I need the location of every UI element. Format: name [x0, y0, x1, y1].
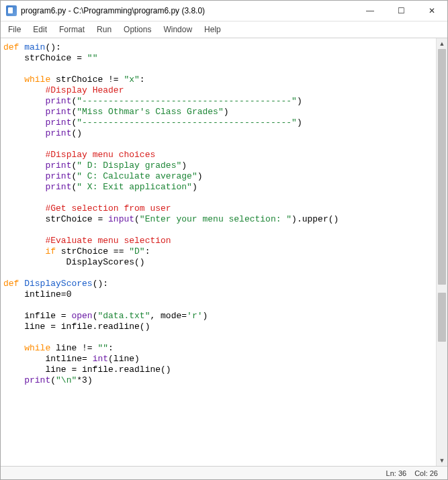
menu-window[interactable]: Window: [157, 23, 198, 36]
menu-options[interactable]: Options: [118, 23, 157, 36]
menu-format[interactable]: Format: [53, 23, 91, 36]
status-line: Ln: 36: [382, 469, 411, 477]
chevron-down-icon: ▼: [439, 457, 445, 464]
window-title: program6.py - C:\Programming\program6.py…: [21, 6, 205, 15]
vertical-scrollbar[interactable]: ▲ ▼: [436, 38, 447, 466]
close-button[interactable]: ✕: [416, 1, 447, 21]
status-col: Col: 26: [410, 469, 442, 477]
chevron-up-icon: ▲: [439, 40, 445, 47]
editor-area[interactable]: def main(): strChoice = "" while strChoi…: [1, 38, 447, 466]
app-icon: [6, 5, 17, 16]
idle-window: program6.py - C:\Programming\program6.py…: [0, 0, 448, 480]
menubar: File Edit Format Run Options Window Help: [1, 21, 447, 38]
menu-run[interactable]: Run: [91, 23, 118, 36]
statusbar: Ln: 36 Col: 26: [1, 466, 447, 479]
scroll-down-button[interactable]: ▼: [437, 455, 447, 466]
minimize-icon: —: [366, 6, 374, 15]
maximize-icon: ☐: [398, 6, 405, 15]
scroll-thumb[interactable]: [438, 293, 446, 342]
code-content[interactable]: def main(): strChoice = "" while strChoi…: [1, 38, 447, 390]
scroll-up-button[interactable]: ▲: [437, 38, 447, 49]
menu-edit[interactable]: Edit: [27, 23, 53, 36]
titlebar[interactable]: program6.py - C:\Programming\program6.py…: [1, 1, 447, 21]
scroll-track[interactable]: [437, 49, 447, 455]
menu-help[interactable]: Help: [198, 23, 227, 36]
scroll-thumb[interactable]: [438, 49, 446, 285]
menu-file[interactable]: File: [2, 23, 27, 36]
maximize-button[interactable]: ☐: [386, 1, 416, 21]
minimize-button[interactable]: —: [355, 1, 386, 21]
close-icon: ✕: [429, 6, 435, 15]
